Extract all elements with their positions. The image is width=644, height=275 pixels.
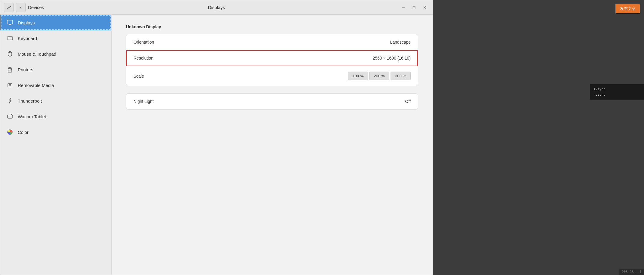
printers-label: Printers [18, 67, 33, 72]
sidebar-item-mouse[interactable]: Mouse & Touchpad [0, 46, 111, 62]
scale-300-button[interactable]: 300 % [391, 72, 411, 80]
scale-row: Scale 100 % 200 % 300 % [126, 66, 418, 86]
sidebar-item-thunderbolt[interactable]: Thunderbolt [0, 93, 111, 109]
resolution-row[interactable]: Resolution 2560 × 1600 (16:10) [126, 50, 418, 66]
sidebar-item-keyboard[interactable]: Keyboard [0, 30, 111, 46]
removable-label: Removable Media [18, 83, 54, 88]
svg-point-9 [10, 52, 11, 53]
background-right: 发布文章 +vsync -vsync 908 934 -1 [433, 0, 644, 275]
sidebar-item-removable[interactable]: Removable Media [0, 77, 111, 93]
wrench-icon-button[interactable] [4, 3, 14, 12]
removable-icon [6, 82, 14, 89]
svg-point-15 [10, 85, 10, 85]
back-button[interactable]: ‹ [16, 3, 26, 12]
scale-label: Scale [133, 74, 144, 79]
color-icon [6, 128, 14, 136]
back-icon: ‹ [20, 5, 21, 10]
section-title: Unknown Display [126, 24, 418, 29]
keyboard-icon [6, 35, 14, 42]
svg-rect-0 [7, 20, 13, 24]
sidebar-item-color[interactable]: Color [0, 124, 111, 140]
wacom-label: Wacom Tablet [18, 114, 46, 119]
sidebar: Displays Keyboard [0, 15, 112, 275]
displays-icon [6, 19, 14, 26]
svg-rect-16 [9, 83, 11, 84]
scale-200-button[interactable]: 200 % [369, 72, 389, 80]
night-light-label: Night Light [133, 99, 154, 104]
terminal-snippet: +vsync -vsync [590, 84, 644, 100]
printer-icon [6, 66, 14, 73]
window-title: Displays [208, 5, 225, 10]
content-area: Displays Keyboard [0, 15, 433, 275]
displays-label: Displays [18, 20, 35, 25]
title-bar-left: ‹ Devices [4, 3, 118, 12]
svg-rect-10 [8, 70, 12, 72]
orientation-row: Orientation Landscape [126, 34, 418, 50]
sidebar-item-printers[interactable]: Printers [0, 62, 111, 77]
svg-rect-1 [7, 37, 13, 40]
scale-100-button[interactable]: 100 % [348, 72, 368, 80]
resolution-label: Resolution [133, 56, 153, 60]
keyboard-label: Keyboard [18, 36, 37, 41]
title-bar: ‹ Devices Displays ─ □ ✕ [0, 0, 433, 15]
svg-rect-17 [8, 115, 12, 118]
main-panel: Unknown Display Orientation Landscape Re… [112, 15, 433, 275]
wacom-icon [6, 113, 14, 120]
mouse-label: Mouse & Touchpad [18, 51, 56, 57]
resolution-value: 2560 × 1600 (16:10) [373, 56, 411, 60]
mouse-icon [6, 50, 14, 57]
display-settings-card: Orientation Landscape Resolution 2560 × … [126, 34, 418, 86]
sidebar-item-displays[interactable]: Displays [0, 15, 111, 30]
close-button[interactable]: ✕ [421, 3, 429, 12]
night-light-card: Night Light Off [126, 93, 418, 110]
thunderbolt-icon [6, 97, 14, 104]
color-label: Color [18, 130, 29, 135]
minimize-button[interactable]: ─ [399, 3, 407, 12]
settings-window: ‹ Devices Displays ─ □ ✕ Displays [0, 0, 433, 275]
orientation-value: Landscape [390, 40, 411, 45]
svg-point-12 [11, 69, 11, 70]
orientation-label: Orientation [133, 40, 154, 45]
night-light-value: Off [405, 99, 411, 104]
window-controls: ─ □ ✕ [399, 3, 429, 12]
bg-right-content: 发布文章 [433, 0, 644, 275]
night-light-row[interactable]: Night Light Off [126, 94, 418, 109]
terminal-line-1: +vsync [593, 87, 640, 92]
sidebar-item-wacom[interactable]: Wacom Tablet [0, 109, 111, 124]
bottom-status-bar: 908 934 -1 [619, 269, 644, 275]
devices-label: Devices [28, 5, 44, 10]
thunderbolt-label: Thunderbolt [18, 98, 42, 104]
terminal-line-2: -vsync [593, 92, 640, 97]
scale-buttons-group: 100 % 200 % 300 % [348, 72, 411, 80]
maximize-button[interactable]: □ [410, 3, 418, 12]
csdn-publish-button[interactable]: 发布文章 [615, 4, 640, 14]
